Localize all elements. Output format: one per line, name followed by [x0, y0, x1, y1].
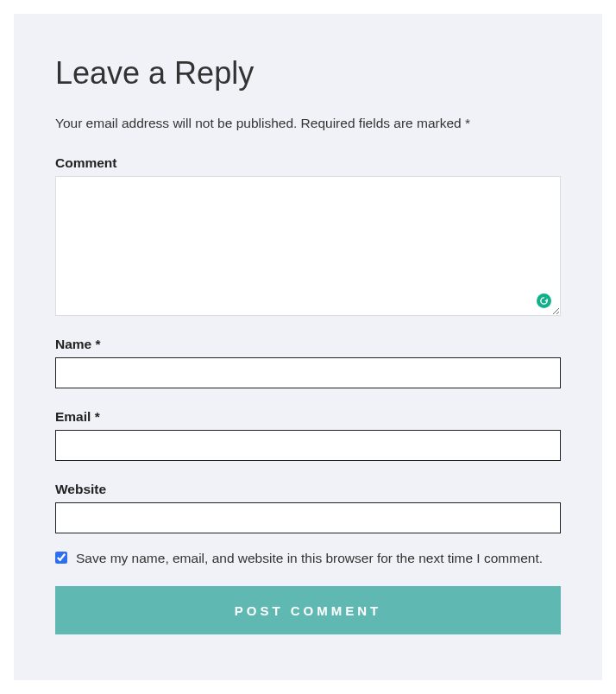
name-field-group: Name * — [55, 337, 561, 388]
email-input[interactable] — [55, 430, 561, 461]
website-field-group: Website — [55, 482, 561, 533]
form-title: Leave a Reply — [55, 55, 561, 91]
consent-checkbox[interactable] — [55, 552, 67, 564]
website-input[interactable] — [55, 502, 561, 533]
website-label: Website — [55, 482, 561, 497]
consent-label: Save my name, email, and website in this… — [76, 549, 543, 568]
consent-row: Save my name, email, and website in this… — [55, 549, 561, 568]
comment-label: Comment — [55, 155, 561, 171]
post-comment-button[interactable]: Post Comment — [55, 586, 561, 634]
comment-textarea[interactable] — [56, 177, 560, 315]
form-note: Your email address will not be published… — [55, 114, 561, 133]
name-label: Name * — [55, 337, 561, 352]
comment-field-group: Comment — [55, 155, 561, 316]
name-input[interactable] — [55, 357, 561, 388]
email-label: Email * — [55, 409, 561, 425]
comment-form-panel: Leave a Reply Your email address will no… — [14, 14, 602, 680]
comment-textarea-wrap — [55, 176, 561, 316]
email-field-group: Email * — [55, 409, 561, 461]
